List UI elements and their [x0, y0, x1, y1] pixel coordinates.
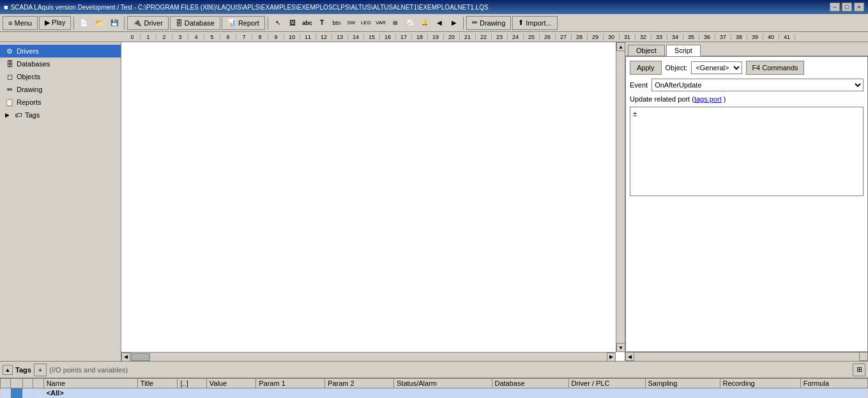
- sidebar-item-databases[interactable]: 🗄 Databases: [0, 57, 121, 70]
- databases-icon: 🗄: [5, 59, 14, 68]
- tab-script[interactable]: Script: [666, 45, 701, 56]
- menu-bar: ≡ Menu ▶ Play 📄 📂 💾 🔌 Driver 🗄 Database …: [0, 14, 868, 32]
- var-tool[interactable]: VAR: [374, 16, 388, 30]
- sidebar-label-tags: Tags: [25, 111, 40, 119]
- sidebar: ⚙ Drivers 🗄 Databases ◻ Objects ✏ Drawin…: [0, 42, 121, 361]
- text-tool-abc[interactable]: abc: [300, 16, 314, 30]
- database-icon: 🗄: [176, 19, 183, 27]
- col-db-header: Database: [492, 379, 568, 388]
- tags-expand-icon: ▶: [5, 112, 10, 118]
- menu-button[interactable]: ≡ Menu: [3, 16, 38, 30]
- open-file-button[interactable]: 📂: [92, 16, 106, 30]
- script-editor[interactable]: ±: [630, 107, 864, 196]
- event-label: Event: [630, 81, 648, 89]
- col-driver-header: Driver / PLC: [568, 379, 645, 388]
- add-tag-button[interactable]: +: [34, 364, 47, 376]
- right-panel: Object Script Apply Object: <General> F4…: [625, 42, 868, 361]
- toolbar-icons: ↖ 🖼 abc T btn SW LED VAR ▤ 📈 🔔 ◀ ▶: [271, 16, 465, 30]
- apply-button[interactable]: Apply: [630, 61, 662, 75]
- report-button[interactable]: 📊 Report: [222, 16, 265, 30]
- canvas-vscrollbar[interactable]: ▲ ▼: [616, 42, 625, 352]
- minimize-button[interactable]: −: [830, 3, 840, 11]
- ruler: 0123456789101112131415161718192021222324…: [0, 32, 868, 42]
- driver-button[interactable]: 🔌 Driver: [127, 16, 168, 30]
- sidebar-item-tags[interactable]: ▶ 🏷 Tags: [0, 109, 121, 121]
- alarm-tool[interactable]: 🔔: [418, 16, 432, 30]
- save-file-button[interactable]: 💾: [107, 16, 121, 30]
- bottom-up-button[interactable]: ▲: [3, 365, 13, 375]
- drawing-icon: ✏: [472, 19, 478, 27]
- database-button[interactable]: 🗄 Database: [170, 16, 220, 30]
- col-value-header: Value: [206, 379, 255, 388]
- sidebar-item-reports[interactable]: 📋 Reports: [0, 96, 121, 109]
- all-row[interactable]: <All> Groups...: [1, 388, 868, 399]
- right-panel-content: Apply Object: <General> F4 Commands Even…: [625, 56, 868, 352]
- col-recording-header: Recording: [720, 379, 800, 388]
- sidebar-label-drivers: Drivers: [17, 47, 39, 55]
- commands-button[interactable]: F4 Commands: [746, 61, 803, 75]
- sidebar-item-drivers[interactable]: ⚙ Drivers: [0, 45, 121, 57]
- main-area: ⚙ Drivers 🗄 Databases ◻ Objects ✏ Drawin…: [0, 42, 868, 361]
- maximize-button[interactable]: □: [842, 3, 852, 11]
- col-bracket-header: [..]: [178, 379, 206, 388]
- separator-1: [73, 17, 74, 29]
- vscroll-down[interactable]: ▼: [616, 343, 625, 352]
- col-name-header: Name: [43, 379, 137, 388]
- new-file-button[interactable]: 📄: [77, 16, 91, 30]
- col-status-header: Status/Alarm: [394, 379, 492, 388]
- sidebar-item-objects[interactable]: ◻ Objects: [0, 70, 121, 83]
- all-expand: [1, 388, 11, 399]
- hscroll-left[interactable]: ◀: [121, 353, 130, 362]
- all-action2: [33, 388, 43, 399]
- title-bar: ■ SCADA LAquis version Development / Tes…: [0, 0, 868, 14]
- object-select[interactable]: <General>: [691, 61, 742, 74]
- right-hscroll-track: [634, 352, 859, 361]
- select-tool[interactable]: ↖: [271, 16, 285, 30]
- separator-4: [463, 17, 464, 29]
- bottom-tabs-bar: ▲ Tags + (I/O points and variables) ⊞: [0, 362, 868, 378]
- hscroll-right[interactable]: ▶: [607, 353, 616, 362]
- drawing-button[interactable]: ✏ Drawing: [466, 16, 511, 30]
- hscroll-track: [130, 353, 607, 362]
- event-select[interactable]: OnAfterUpdate: [651, 79, 864, 91]
- reports-icon: 📋: [5, 98, 14, 107]
- sidebar-label-databases: Databases: [17, 60, 50, 68]
- canvas-hscrollbar[interactable]: ◀ ▶: [121, 352, 616, 361]
- tags-icon: 🏷: [13, 111, 22, 119]
- vscroll-up[interactable]: ▲: [616, 42, 625, 51]
- col-formula-header: Formula: [800, 379, 867, 388]
- close-button[interactable]: ×: [854, 3, 864, 11]
- apply-row: Apply Object: <General> F4 Commands: [630, 61, 864, 75]
- col-param1-header: Param 1: [256, 379, 325, 388]
- col-sampling-header: Sampling: [645, 379, 720, 388]
- tags-table-container[interactable]: Name Title [..] Value Param 1 Param 2 St…: [0, 378, 868, 398]
- meter-tool[interactable]: ▤: [388, 16, 402, 30]
- canvas-area[interactable]: ▲ ▼ ◀ ▶: [121, 42, 625, 361]
- bottom-panel: ▲ Tags + (I/O points and variables) ⊞ Na…: [0, 361, 868, 398]
- hscroll-thumb[interactable]: [131, 353, 150, 361]
- separator-3: [268, 17, 268, 29]
- drivers-icon: ⚙: [5, 47, 14, 56]
- col-param2-header: Param 2: [325, 379, 394, 388]
- nav-left[interactable]: ◀: [432, 16, 446, 30]
- switch-tool[interactable]: SW: [344, 16, 358, 30]
- nav-right[interactable]: ▶: [447, 16, 461, 30]
- right-hscroll-left[interactable]: ◀: [625, 352, 634, 361]
- tags-tab-title: Tags: [15, 366, 31, 374]
- play-button[interactable]: ▶ Play: [39, 16, 71, 30]
- text-tool-t[interactable]: T: [315, 16, 329, 30]
- tags-port-link[interactable]: tags.port: [694, 95, 722, 103]
- drawing-sidebar-icon: ✏: [5, 85, 14, 94]
- import-button[interactable]: ⬆ Import...: [512, 16, 557, 30]
- chart-tool[interactable]: 📈: [403, 16, 417, 30]
- image-tool[interactable]: 🖼: [286, 16, 300, 30]
- sidebar-label-drawing: Drawing: [17, 86, 42, 93]
- sidebar-item-drawing[interactable]: ✏ Drawing: [0, 83, 121, 96]
- col-title-header: Title: [137, 379, 178, 388]
- led-tool[interactable]: LED: [359, 16, 373, 30]
- button-tool[interactable]: btn: [330, 16, 344, 30]
- import-icon: ⬆: [518, 19, 524, 27]
- tab-object[interactable]: Object: [628, 45, 665, 56]
- grid-layout-button[interactable]: ⊞: [853, 364, 865, 376]
- update-suffix: ): [722, 95, 726, 103]
